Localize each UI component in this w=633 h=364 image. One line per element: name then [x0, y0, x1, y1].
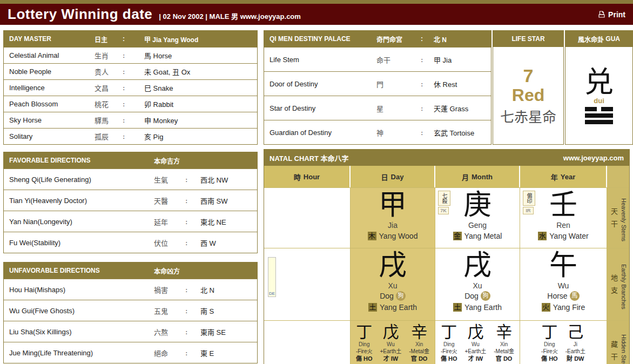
stem-hour-cell: [264, 187, 351, 248]
hidden-polarity: -Fire火: [356, 348, 373, 355]
hidden-stem: 戊 Wu +Earth土 才 IW: [465, 323, 487, 363]
colon: :: [123, 68, 144, 76]
hidden-stem: 己 Ji -Earth土 財 DW: [565, 323, 585, 363]
colon: :: [123, 35, 144, 43]
colon: :: [123, 116, 144, 124]
element-badge: 火: [542, 303, 550, 312]
gua-character: 兑: [584, 68, 614, 98]
section-title-cn: 日主: [95, 35, 123, 44]
row-value: 東南 SE: [200, 327, 257, 337]
colon: :: [185, 349, 200, 357]
col-cn: 月: [462, 172, 469, 182]
hidden-stem: 辛 Xin -Metal金 官 DO: [409, 323, 429, 363]
ten-god-badge: 七殺 7K: [438, 191, 449, 214]
de-badge: DE: [268, 257, 276, 297]
branch-pinyin: Xu: [388, 281, 397, 291]
row-value: 卯 Rabbit: [144, 99, 257, 109]
colon: :: [421, 129, 434, 137]
table-row: Yan Nian(Longevity) 延年 : 東北 NE: [4, 211, 257, 232]
side-label-cn: 藏干: [609, 341, 619, 364]
element-badge: 金: [453, 232, 462, 240]
row-label: Life Stem: [264, 56, 376, 64]
hidden-character: 丁: [356, 323, 372, 341]
colon: :: [123, 132, 144, 140]
table-row: Celestial Animal 生肖 : 馬 Horse: [4, 47, 257, 63]
ten-god-abbr: IR: [523, 207, 534, 214]
life-star-number: 7: [523, 66, 534, 85]
row-label-cn: 命干: [376, 55, 421, 65]
row-label-cn: 伏位: [154, 238, 185, 248]
ten-god-cn: 偏印: [523, 191, 535, 206]
col-en: Year: [561, 173, 575, 181]
earthly-branches-row: DE 戌 Xu Dog狗 土Yang Earth 戌 Xu Dog狗 土Yang…: [264, 248, 629, 320]
column-header-year: 年 Year: [520, 166, 607, 187]
side-label-cn: 天干: [609, 208, 619, 233]
hidden-character: 辛: [411, 323, 427, 341]
column-header-hour: 時 Hour: [264, 166, 351, 187]
hidden-polarity: -Fire火: [541, 348, 558, 355]
colon: :: [185, 286, 200, 294]
section-title: LIFE STAR: [511, 35, 544, 43]
stem-month-cell: 七殺 7K 庚 Geng 金Yang Metal: [435, 187, 520, 248]
row-label-cn: 孤辰: [95, 131, 123, 141]
colon: :: [421, 56, 434, 64]
colon: :: [123, 51, 144, 59]
hidden-stem: 丁 Ding -Fire火 傷 HO: [541, 323, 558, 363]
row-label: Tian Yi(Heavenly Doctor): [4, 197, 154, 205]
colon: :: [123, 84, 144, 92]
unfavorable-header: UNFAVORABLE DIRECTIONS 本命凶方: [4, 262, 257, 279]
row-label: Yan Nian(Longevity): [4, 218, 154, 226]
animal-label: Horse: [547, 291, 567, 301]
row-label: Solitary: [4, 132, 95, 140]
left-column: DAY MASTER 日主 : 甲 Jia Yang Wood Celestia…: [3, 30, 258, 364]
branch-year-cell: 午 Wu Horse馬 火Yang Fire: [520, 248, 607, 320]
section-title-cn: 風水命卦: [578, 35, 604, 44]
gua-header: 風水命卦 GUA: [565, 31, 632, 47]
hidden-polarity: -Earth土: [565, 348, 585, 355]
row-label: Sheng Qi(Life Generating): [4, 176, 154, 184]
life-star-panel: LIFE STAR 7 Red 七赤星命: [493, 30, 564, 145]
hidden-pinyin: Ding: [544, 341, 555, 348]
row-label-cn: 桃花: [95, 99, 123, 109]
life-star-body: 7 Red 七赤星命: [493, 47, 563, 144]
hidden-polarity: -Fire火: [441, 348, 457, 355]
table-row: Wu Gui(Five Ghosts) 五鬼 : 南 S: [4, 300, 257, 321]
hidden-pinyin: Ding: [359, 341, 370, 348]
stem-character: 壬: [549, 189, 577, 220]
main-content: DAY MASTER 日主 : 甲 Jia Yang Wood Celestia…: [0, 25, 633, 364]
row-value: 馬 Horse: [144, 50, 257, 60]
right-column: QI MEN DESTINY PALACE 奇門命宮 : 北 N Life St…: [264, 30, 633, 364]
row-label: Hou Hai(Mishaps): [4, 286, 154, 294]
hidden-month-cell: 丁 Ding -Fire火 傷 HO 戊 Wu +Earth土 才 IW 辛 X…: [435, 320, 520, 364]
row-value: 未 Goat, 丑 Ox: [144, 66, 257, 77]
hidden-pinyin: Xin: [415, 341, 423, 348]
favorable-header: FAVORABLE DIRECTIONS 本命吉方: [4, 152, 257, 168]
row-value: 東 E: [200, 348, 257, 358]
branch-character: 戌: [463, 250, 491, 281]
table-row: Star of Destiny 星 : 天蓬 Grass: [264, 96, 491, 120]
row-label-cn: 禍害: [154, 285, 185, 295]
hidden-pinyin: Wu: [472, 341, 480, 348]
natal-title: NATAL CHART 本命八字: [270, 153, 349, 163]
hidden-god: 傷 HO: [356, 355, 373, 363]
side-label-en: Heavenly Stems: [621, 198, 627, 241]
hidden-character: 辛: [496, 323, 512, 341]
row-label-cn: 生肖: [95, 50, 123, 60]
ten-god-abbr: 7K: [438, 207, 449, 214]
day-master-value: 甲 Jia Yang Wood: [144, 35, 257, 44]
right-top-row: QI MEN DESTINY PALACE 奇門命宮 : 北 N Life St…: [264, 30, 633, 145]
column-header-spacer: [607, 166, 629, 187]
row-label-cn: 文昌: [95, 83, 123, 93]
branch-character: 午: [549, 250, 577, 281]
qimen-destiny-palace-table: QI MEN DESTINY PALACE 奇門命宮 : 北 N Life St…: [264, 30, 491, 145]
ten-god-badge: 偏印 IR: [523, 191, 534, 214]
branch-pinyin: Xu: [473, 281, 482, 291]
life-star-header: LIFE STAR: [493, 31, 563, 47]
hidden-character: 戊: [467, 323, 483, 341]
print-button[interactable]: Print: [598, 10, 625, 19]
colon: :: [421, 35, 434, 43]
row-label: Noble People: [4, 68, 95, 76]
life-star-cn: 七赤星命: [500, 106, 556, 126]
hidden-polarity: -Metal金: [409, 348, 429, 355]
colon: :: [185, 307, 200, 315]
